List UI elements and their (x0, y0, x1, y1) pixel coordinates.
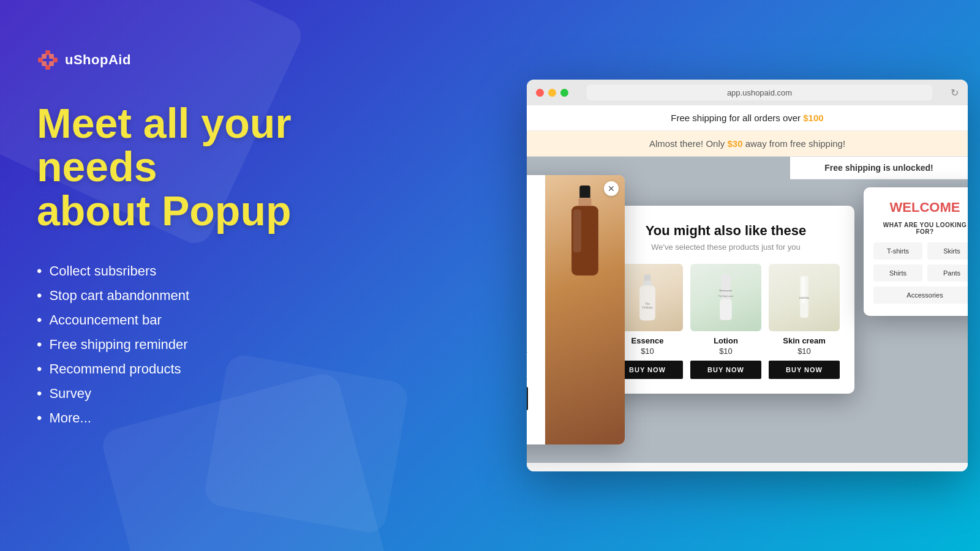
close-button[interactable] (536, 89, 544, 97)
product-card-cream: COCOIL Skin cream $10 BUY NOW (769, 264, 840, 379)
minimize-button[interactable] (548, 89, 556, 97)
svg-text:The Body Lotion: The Body Lotion (718, 295, 734, 298)
category-pants[interactable]: Pants (927, 264, 968, 282)
svg-rect-7 (49, 61, 54, 66)
no-thanks-link[interactable]: No, thanks (527, 418, 528, 426)
category-shirts[interactable]: Shirts (873, 264, 922, 282)
essence-bottle-icon: The Ordinary (636, 270, 659, 328)
email-input[interactable] (527, 360, 528, 380)
svg-rect-18 (720, 299, 732, 320)
shipping-progress-bar: Almost there! Only $30 away from free sh… (527, 131, 968, 157)
logo: uShopAid (37, 49, 404, 71)
product-name-essence: Essence (631, 336, 664, 345)
svg-text:Nécessaire: Nécessaire (720, 289, 733, 292)
browser-body: CONGRATS YOU'VE UNLOCKED 15% OFFON YOUR … (527, 157, 968, 463)
lotion-bottle-icon: Nécessaire The Body Lotion (714, 270, 737, 328)
svg-rect-6 (42, 61, 47, 66)
feature-item: Collect subsribers (37, 263, 404, 279)
subscribe-button[interactable]: SUBSCRIBE NOW (527, 387, 528, 410)
svg-text:Ordinary: Ordinary (642, 306, 653, 309)
product-price-cream: $10 (797, 347, 811, 356)
feature-item: More... (37, 410, 404, 426)
cream-bottle-icon: COCOIL (793, 270, 816, 328)
announcement-bar: Free shipping for all orders over $100 (527, 105, 968, 131)
free-shipping-unlocked-bar: Free shipping is unlocked! (790, 157, 968, 179)
feature-item: Recommend products (37, 361, 404, 377)
product-price-essence: $10 (641, 347, 654, 356)
email-popup-form: CONGRATS YOU'VE UNLOCKED 15% OFFON YOUR … (527, 175, 545, 444)
products-popup: You might also like these We've selected… (597, 206, 854, 394)
svg-text:The: The (645, 302, 650, 305)
welcome-popup: WELCOME WHAT ARE YOU LOOKING FOR? T-shir… (864, 187, 968, 316)
buy-button-cream[interactable]: BUY NOW (769, 361, 840, 379)
bottle-illustration (564, 181, 606, 291)
shipping-amount: $100 (803, 113, 823, 123)
svg-rect-11 (573, 209, 581, 252)
category-accessories[interactable]: Accessories (873, 287, 968, 304)
products-grid: The Ordinary Essence $10 BUY NOW (612, 264, 840, 379)
email-popup-image (545, 175, 625, 444)
traffic-lights (536, 89, 568, 97)
feature-item: Free shipping reminder (37, 337, 404, 353)
product-name-cream: Skin cream (783, 336, 825, 345)
cream-image: COCOIL (769, 264, 840, 331)
refresh-icon[interactable]: ↻ (951, 87, 959, 99)
browser-window: app.ushopaid.com ↻ Free shipping for all… (527, 80, 968, 471)
category-tshirts[interactable]: T-shirts (873, 242, 922, 260)
feature-item: Stop cart abandonment (37, 288, 404, 304)
first-name-input[interactable] (527, 333, 528, 353)
svg-rect-8 (579, 186, 590, 199)
product-price-lotion: $10 (719, 347, 733, 356)
product-card-lotion: Nécessaire The Body Lotion Lotion $10 BU… (690, 264, 761, 379)
category-grid: T-shirts Skirts Shirts Pants Accessories (873, 242, 968, 304)
browser-titlebar: app.ushopaid.com ↻ (527, 80, 968, 105)
logo-text: uShopAid (65, 52, 131, 68)
address-bar[interactable]: app.ushopaid.com (587, 84, 932, 100)
products-popup-subtitle: We've selected these products just for y… (612, 242, 840, 252)
logo-icon (37, 49, 59, 71)
svg-rect-12 (644, 274, 651, 282)
feature-item: Accouncement bar (37, 312, 404, 328)
welcome-subtitle: WHAT ARE YOU LOOKING FOR? (873, 222, 968, 235)
maximize-button[interactable] (560, 89, 568, 97)
svg-text:COCOIL: COCOIL (799, 297, 810, 300)
welcome-title: WELCOME (873, 200, 968, 216)
feature-list: Collect subsribers Stop cart abandonment… (37, 263, 404, 426)
buy-button-lotion[interactable]: BUY NOW (690, 361, 761, 379)
left-panel: uShopAid Meet all your needs about Popup… (0, 0, 441, 551)
popup-description: Don't worry about being bombarded with e… (527, 278, 528, 322)
popup-headline: YOU'VE UNLOCKED 15% OFFON YOUR FIRST ORD… (527, 206, 528, 272)
products-popup-title: You might also like these (612, 223, 840, 239)
product-image (545, 175, 625, 444)
lotion-image: Nécessaire The Body Lotion (690, 264, 761, 331)
svg-rect-5 (49, 54, 54, 59)
product-name-lotion: Lotion (714, 336, 738, 345)
feature-item: Survey (37, 386, 404, 402)
email-popup: CONGRATS YOU'VE UNLOCKED 15% OFFON YOUR … (527, 175, 625, 444)
category-skirts[interactable]: Skirts (927, 242, 968, 260)
browser-content: Free shipping for all orders over $100 A… (527, 105, 968, 471)
svg-rect-4 (42, 54, 47, 59)
congrats-label: CONGRATS (527, 193, 528, 201)
svg-rect-9 (579, 198, 592, 206)
close-icon[interactable]: ✕ (604, 181, 619, 196)
main-heading: Meet all your needs about Popup (37, 102, 404, 233)
